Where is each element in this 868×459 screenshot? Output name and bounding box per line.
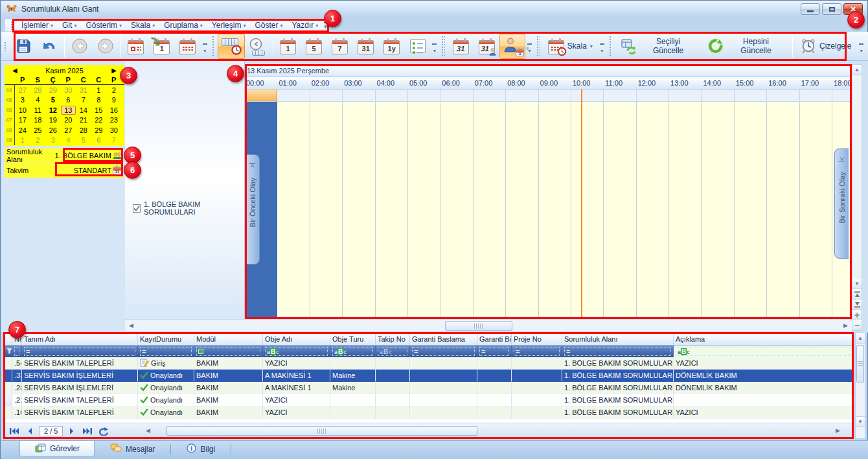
cell-no[interactable]: .28 (12, 382, 22, 394)
column-header-proje-no[interactable]: Proje No (512, 333, 562, 346)
cell-modul[interactable]: BAKIM (194, 382, 263, 394)
tab-bilgi[interactable]: iBilgi (172, 441, 229, 457)
navigate-forward-button[interactable] (93, 34, 119, 59)
responsibility-value-field[interactable]: 1. BÖLGE BAKIM (55, 152, 123, 160)
cell-proje-no[interactable] (512, 357, 562, 370)
last-record-button[interactable] (81, 425, 94, 437)
month-view-button[interactable]: 31 (448, 34, 474, 59)
cell-takip-no[interactable] (376, 382, 410, 394)
zoom-out-icon[interactable]: − (852, 320, 862, 331)
cell-obje-turu[interactable] (330, 357, 376, 370)
column-header-kay-tdurumu[interactable]: KayıtDurumu (138, 333, 194, 346)
filter-cell-obje-turu[interactable]: aBc (330, 346, 376, 357)
calendar-day[interactable]: 4 (30, 95, 46, 104)
maximize-button[interactable] (822, 3, 841, 15)
cell-garanti-bitis[interactable] (477, 370, 512, 382)
calendar-day[interactable]: 20 (61, 115, 76, 124)
previous-record-button[interactable] (23, 425, 36, 437)
gantt-band-cell[interactable] (571, 89, 604, 102)
toolbar-grip-icon[interactable] (4, 41, 6, 51)
table-vertical-scrollbar[interactable]: ▲ ▼ (855, 333, 865, 439)
scale-7-button[interactable]: 7 (327, 34, 353, 59)
cell-obje-turu[interactable]: Makine (330, 382, 376, 394)
cell-obje-adi[interactable]: YAZICI (263, 357, 330, 370)
cell-takip-no[interactable] (376, 406, 410, 419)
scale-1-button[interactable]: 1 (275, 34, 301, 59)
cell-obje-adi[interactable]: A MAKİNESİ 1 (263, 370, 330, 382)
cell-garanti-baslama[interactable] (410, 406, 477, 419)
column-header-obje-turu[interactable]: Obje Turu (330, 333, 376, 346)
cell-sorumluluk-alani[interactable]: 1. BÖLGE BAKIM SORUMLULARI (562, 394, 674, 406)
column-header-sorumluluk-alan[interactable]: Sorumluluk Alanı (562, 333, 674, 346)
previous-event-tab[interactable]: |< Bir Önceki Olay (246, 154, 260, 265)
toolbar-group-grip-icon[interactable] (441, 36, 445, 56)
filter-cell-tan-m-ad[interactable]: = (22, 346, 138, 357)
next-record-button[interactable] (65, 425, 78, 437)
row-indicator[interactable] (4, 370, 12, 382)
cell-kayit-durumu[interactable]: Giriş (138, 357, 194, 370)
toolbar-overflow-icon[interactable]: ▾ (857, 34, 865, 58)
cell-proje-no[interactable] (512, 394, 562, 406)
resource-calendar-button[interactable]: 1 (499, 34, 525, 59)
month-resource-button[interactable]: 31 (474, 34, 499, 59)
calendar-day[interactable]: 12 (45, 106, 61, 115)
cell-tanim-adi[interactable]: SERVİS BAKIM İŞLEMLERİ (22, 370, 138, 382)
cell-takip-no[interactable] (376, 370, 410, 382)
small-calendar-icon[interactable]: 31 (113, 167, 122, 175)
scroll-right-icon[interactable]: ▶ (833, 426, 843, 435)
detail-list-button[interactable] (405, 34, 431, 59)
time-ruler-button[interactable] (218, 34, 244, 59)
next-event-tab[interactable]: >| Bir Sonraki Olay (834, 148, 849, 259)
scroll-down-icon[interactable]: ▼ (856, 416, 865, 427)
scroll-up-icon[interactable]: ▲ (856, 333, 865, 344)
menu-item-yazd-r[interactable]: Yazdır▾ (287, 19, 323, 31)
cell-kayit-durumu[interactable]: Onaylandı (138, 370, 194, 382)
calendar-day[interactable]: 27 (61, 126, 76, 135)
scroll-left-icon[interactable]: ◀ (126, 321, 136, 330)
filter-cell-a-klama[interactable]: aBc (674, 346, 854, 357)
calendar-day[interactable]: 14 (76, 106, 91, 115)
gantt-band-cell[interactable] (669, 89, 702, 102)
first-record-button[interactable] (8, 425, 21, 437)
scroll-left-icon[interactable]: ◀ (143, 426, 153, 435)
fit-rows-down-icon[interactable] (852, 300, 862, 310)
refresh-records-button[interactable] (97, 425, 109, 437)
cell-obje-adi[interactable]: YAZICI (263, 406, 330, 419)
cell-takip-no[interactable] (376, 394, 410, 406)
cell-garanti-bitis[interactable] (477, 382, 512, 394)
filter-cell-no[interactable] (12, 346, 22, 357)
calendar-day-selected[interactable]: 13 (61, 106, 76, 115)
cell-kayit-durumu[interactable]: Onaylandı (138, 394, 194, 406)
schedule-button[interactable]: Çizelgele (795, 34, 857, 59)
calendar-day[interactable]: 17 (15, 115, 30, 124)
calendar-day[interactable]: 3 (15, 95, 30, 104)
cell-kayit-durumu[interactable]: Onaylandı (138, 406, 194, 419)
calendar-value-field[interactable]: STANDART 31 (74, 167, 123, 175)
calendar-day[interactable]: 1 (91, 86, 107, 95)
row-indicator[interactable] (4, 406, 12, 419)
checked-checkbox-icon[interactable] (133, 204, 141, 213)
gantt-chart[interactable]: 13 Kasım 2025 Perşembe 00:0001:0002:0003… (245, 65, 851, 319)
full-month-button[interactable] (175, 34, 201, 59)
cell-obje-turu[interactable]: Makine (330, 370, 376, 382)
column-header-garanti-baslama[interactable]: Garanti Baslama (410, 333, 477, 346)
calendar-next-month-icon[interactable]: ▶ (111, 67, 117, 74)
table-row[interactable]: .21SERVİS BAKIM TALEPLERİOnaylandıBAKIMY… (4, 394, 854, 406)
cell-garanti-baslama[interactable] (410, 357, 477, 370)
gantt-band-cell[interactable] (604, 89, 636, 102)
calendar-day[interactable]: 1 (15, 135, 30, 145)
calendar-day[interactable]: 22 (91, 115, 107, 124)
tab-mesajlar[interactable]: Mesajlar (96, 441, 169, 457)
calendar-day[interactable]: 18 (30, 115, 46, 124)
cell-garanti-baslama[interactable] (410, 394, 477, 406)
gantt-band-cell[interactable] (440, 89, 473, 102)
cell-obje-adi[interactable]: A MAKİNESİ 1 (263, 382, 330, 394)
row-indicator[interactable] (4, 382, 12, 394)
menu-item-i-lemler[interactable]: İşlemler▾ (17, 19, 58, 31)
cell-tanim-adi[interactable]: SERVİS BAKIM TALEPLERİ (22, 406, 138, 419)
cell-proje-no[interactable] (512, 382, 562, 394)
scrollbar-thumb[interactable] (856, 345, 864, 383)
cell-garanti-bitis[interactable] (477, 406, 512, 419)
scroll-up-icon[interactable]: ▲ (852, 65, 862, 75)
filter-cell-obje-ad[interactable]: aBc (263, 346, 330, 357)
